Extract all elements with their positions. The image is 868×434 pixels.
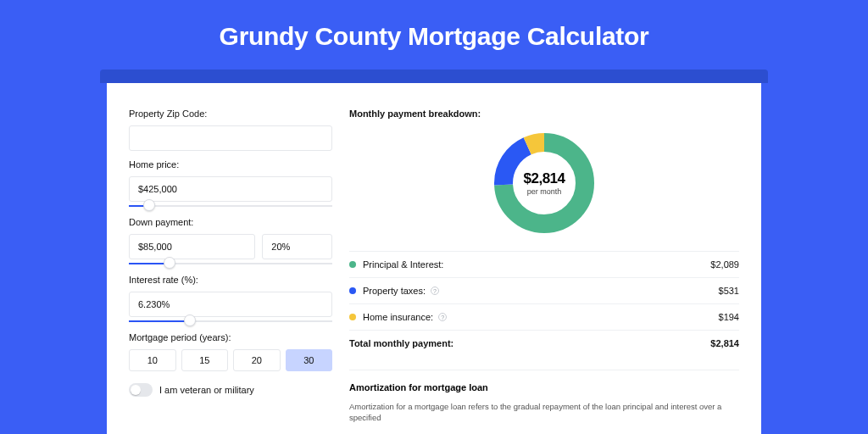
home-price-label: Home price: bbox=[129, 159, 332, 170]
legend-val-taxes: $531 bbox=[719, 286, 739, 296]
legend-val-total: $2,814 bbox=[710, 338, 739, 348]
period-label: Mortgage period (years): bbox=[129, 332, 332, 342]
home-price-input[interactable] bbox=[129, 176, 332, 202]
dot-blue-icon bbox=[349, 287, 356, 294]
down-payment-label: Down payment: bbox=[129, 217, 332, 227]
calculator-card: Property Zip Code: Home price: Down paym… bbox=[107, 83, 761, 434]
breakdown-donut: $2,814 per month bbox=[492, 131, 597, 236]
legend-val-insurance: $194 bbox=[719, 312, 739, 322]
donut-amount: $2,814 bbox=[524, 170, 565, 187]
breakdown-legend: Principal & Interest: $2,089 Property ta… bbox=[349, 251, 739, 356]
veteran-toggle[interactable] bbox=[129, 383, 153, 397]
legend-val-principal: $2,089 bbox=[710, 259, 739, 270]
down-payment-pct-input[interactable] bbox=[262, 234, 332, 259]
down-payment-block: Down payment: bbox=[129, 217, 332, 266]
donut-sub: per month bbox=[527, 187, 562, 196]
card-shadow bbox=[100, 70, 768, 83]
down-payment-slider[interactable] bbox=[129, 261, 332, 266]
home-price-slider[interactable] bbox=[129, 203, 332, 209]
zip-input[interactable] bbox=[129, 125, 332, 151]
interest-slider[interactable] bbox=[129, 319, 332, 324]
period-block: Mortgage period (years): 10 15 20 30 bbox=[129, 332, 332, 371]
period-option-20[interactable]: 20 bbox=[233, 349, 281, 371]
zip-label: Property Zip Code: bbox=[129, 108, 332, 119]
legend-row-insurance: Home insurance: ? $194 bbox=[349, 304, 739, 331]
home-price-block: Home price: bbox=[129, 159, 332, 209]
dot-yellow-icon bbox=[349, 314, 356, 320]
breakdown-panel: Monthly payment breakdown: $2,814 per mo… bbox=[349, 108, 739, 424]
breakdown-title: Monthly payment breakdown: bbox=[349, 108, 739, 119]
legend-label-total: Total monthly payment: bbox=[349, 338, 453, 348]
page-title: Grundy County Mortgage Calculator bbox=[0, 0, 868, 70]
info-icon[interactable]: ? bbox=[431, 287, 439, 295]
dot-green-icon bbox=[349, 261, 356, 268]
form-panel: Property Zip Code: Home price: Down paym… bbox=[129, 108, 332, 424]
period-options: 10 15 20 30 bbox=[129, 349, 332, 371]
amortization-title: Amortization for mortgage loan bbox=[349, 382, 739, 392]
down-payment-input[interactable] bbox=[129, 234, 255, 259]
legend-row-principal: Principal & Interest: $2,089 bbox=[349, 252, 739, 278]
period-option-30[interactable]: 30 bbox=[286, 349, 333, 371]
interest-block: Interest rate (%): bbox=[129, 275, 332, 324]
legend-label-insurance: Home insurance: bbox=[363, 312, 433, 322]
info-icon[interactable]: ? bbox=[438, 313, 447, 321]
legend-row-total: Total monthly payment: $2,814 bbox=[349, 331, 739, 356]
period-option-15[interactable]: 15 bbox=[181, 349, 229, 371]
legend-row-taxes: Property taxes: ? $531 bbox=[349, 278, 739, 304]
period-option-10[interactable]: 10 bbox=[129, 349, 176, 371]
interest-input[interactable] bbox=[129, 292, 332, 317]
interest-label: Interest rate (%): bbox=[129, 275, 332, 285]
legend-label-taxes: Property taxes: bbox=[363, 286, 426, 296]
veteran-label: I am veteran or military bbox=[159, 385, 254, 395]
zip-block: Property Zip Code: bbox=[129, 108, 332, 151]
legend-label-principal: Principal & Interest: bbox=[363, 259, 443, 270]
amortization-section: Amortization for mortgage loan Amortizat… bbox=[349, 370, 739, 424]
veteran-row: I am veteran or military bbox=[129, 383, 332, 397]
amortization-text: Amortization for a mortgage loan refers … bbox=[349, 401, 739, 424]
